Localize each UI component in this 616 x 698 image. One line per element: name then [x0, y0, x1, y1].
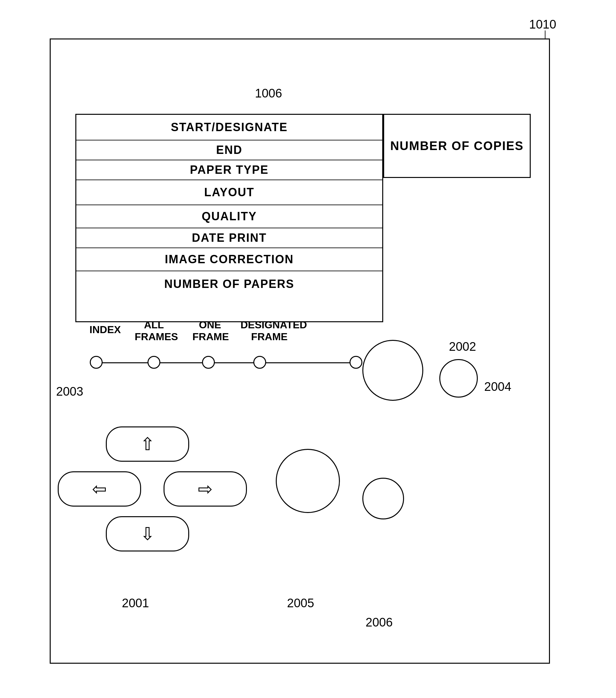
track-node-3[interactable]: [202, 356, 215, 369]
button-right[interactable]: ⇨: [164, 471, 247, 506]
ref-2006-label: 2006: [366, 616, 393, 629]
menu-item-start[interactable]: START/DESIGNATE: [76, 115, 382, 140]
ref-1010-label: 1010: [529, 18, 556, 31]
copies-header: NUMBER OF COPIES: [384, 115, 530, 177]
menu-item-paper-type[interactable]: PAPER TYPE: [76, 160, 382, 180]
track-node-2[interactable]: [148, 356, 160, 369]
ref-2001-label: 2001: [122, 596, 149, 610]
button-left[interactable]: ⇦: [58, 471, 141, 506]
menu-item-end[interactable]: END: [76, 140, 382, 160]
label-one-frame: ONEFRAME: [192, 319, 228, 343]
button-2004[interactable]: [439, 359, 478, 397]
button-up[interactable]: ⇧: [106, 427, 189, 462]
ref-2004-label: 2004: [484, 380, 512, 394]
ref-2005-label: 2005: [287, 596, 314, 610]
menu-item-layout[interactable]: LAYOUT: [76, 180, 382, 205]
label-all-frames: ALLFRAMES: [135, 319, 173, 343]
track-node-4[interactable]: [253, 356, 266, 369]
label-designated-frame: DESIGNATEDFRAME: [240, 319, 298, 343]
ref-1006-label: 1006: [255, 87, 282, 100]
ref-2003-label: 2003: [56, 385, 83, 399]
track-line: [90, 362, 362, 363]
button-2005[interactable]: [276, 449, 340, 513]
label-index: INDEX: [89, 324, 121, 336]
button-down[interactable]: ⇩: [106, 516, 189, 552]
menu-item-quality[interactable]: QUALITY: [76, 205, 382, 228]
track-node-5[interactable]: [350, 356, 362, 369]
menu-item-number-of-papers[interactable]: NUMBER OF PAPERS: [76, 271, 382, 297]
menu-panel: START/DESIGNATE END PAPER TYPE LAYOUT QU…: [75, 114, 383, 322]
menu-item-image-correction[interactable]: IMAGE CORRECTION: [76, 248, 382, 271]
menu-item-date-print[interactable]: DATE PRINT: [76, 228, 382, 248]
button-2006[interactable]: [362, 478, 404, 519]
ref-2002-label: 2002: [449, 340, 476, 354]
copies-panel: NUMBER OF COPIES: [383, 114, 531, 178]
track-node-1[interactable]: [90, 356, 103, 369]
diagram: 1010 1006 START/DESIGNATE END PAPER TYPE…: [0, 0, 616, 698]
button-2002[interactable]: [362, 340, 423, 401]
